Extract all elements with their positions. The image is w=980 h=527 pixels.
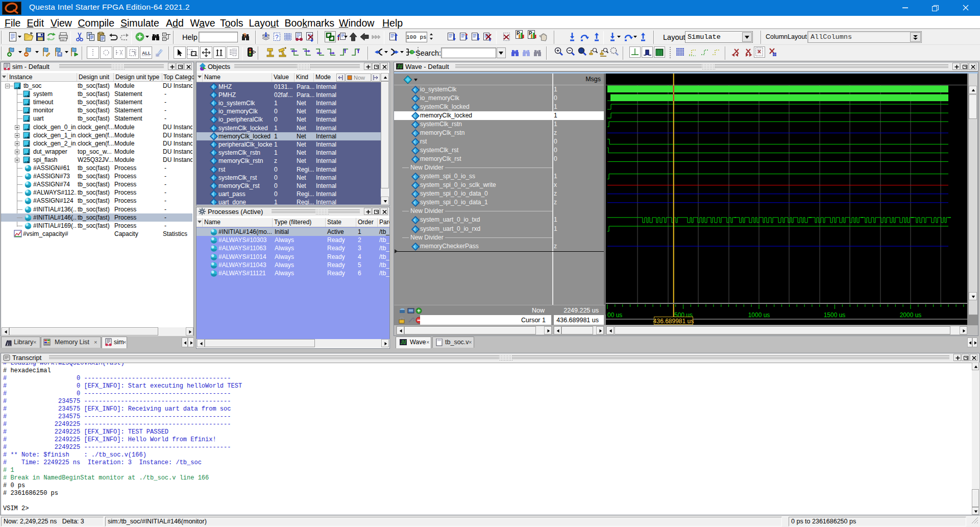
svg-text:?: ? (243, 32, 247, 38)
svg-text:1000 us: 1000 us (748, 312, 770, 319)
svg-text:1500 us: 1500 us (824, 312, 846, 319)
svg-text:436.689981 us: 436.689981 us (653, 318, 694, 325)
svg-text:?: ? (275, 34, 279, 41)
svg-text:2000 us: 2000 us (900, 312, 922, 319)
svg-text:00 us: 00 us (607, 312, 622, 319)
svg-text:ALL: ALL (142, 51, 151, 56)
svg-text:Now: Now (354, 75, 365, 81)
